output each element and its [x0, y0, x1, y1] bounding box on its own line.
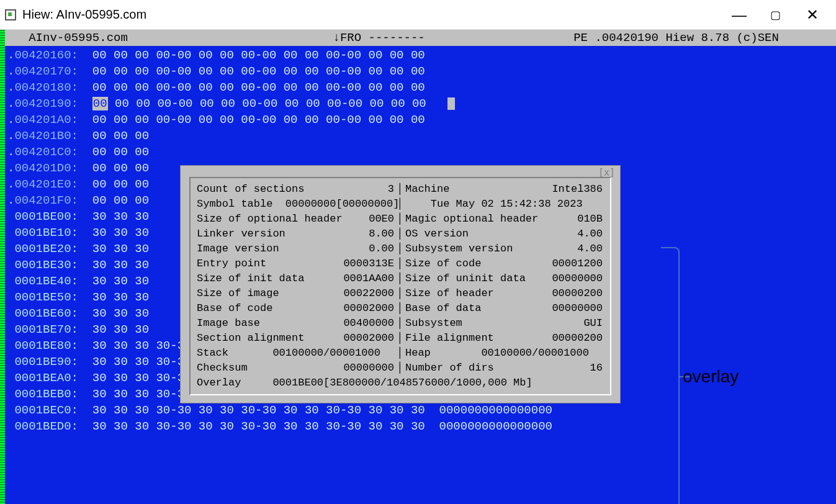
status-pe-addr: PE .00420190 — [573, 31, 658, 45]
annotation-bracket — [661, 247, 680, 504]
pe-row: Stack 00100000/00001000│Heap 00100000/00… — [197, 346, 604, 361]
annotation-label: overlay — [683, 367, 739, 387]
hex-row[interactable]: .004201C0: 00 00 00 — [7, 144, 836, 160]
pe-header-content: Count of sections3│MachineIntel386Symbol… — [189, 177, 611, 395]
window-titlebar: Hiew: AInv-05995.com — ▢ ✕ — [0, 0, 836, 30]
hex-editor-area: AInv-05995.com ↓FRO -------- PE .0042019… — [0, 30, 836, 504]
status-filename: AInv-05995.com — [29, 31, 128, 45]
minimize-button[interactable]: — — [732, 9, 744, 21]
hex-row[interactable]: 0001BED0: 30 30 30 30-30 30 30 30-30 30 … — [7, 418, 836, 434]
app-icon — [5, 9, 16, 20]
pe-row: Linker version8.00│OS version4.00 — [197, 227, 604, 241]
hex-row[interactable]: .00420160: 00 00 00 00-00 00 00 00-00 00… — [7, 47, 836, 63]
pe-header-dialog: [x] Count of sections3│MachineIntel386Sy… — [180, 165, 621, 403]
dialog-close-button[interactable]: [x] — [598, 167, 615, 178]
close-button[interactable]: ✕ — [806, 9, 819, 21]
hex-row[interactable]: 0001BEC0: 30 30 30 30-30 30 30 30-30 30 … — [7, 402, 836, 418]
status-mode: ↓FRO -------- — [333, 31, 425, 45]
pe-row: Base of code00002000│Base of data0000000… — [197, 301, 604, 316]
hex-row[interactable]: .004201B0: 00 00 00 — [7, 128, 836, 144]
hex-row[interactable]: .00420170: 00 00 00 00-00 00 00 00-00 00… — [7, 63, 836, 79]
pe-overlay-line: Overlay 0001BE00[3E800000/1048576000/100… — [197, 376, 604, 390]
hex-row[interactable]: .004201A0: 00 00 00 00-00 00 00 00-00 00… — [7, 112, 836, 128]
status-bar: AInv-05995.com ↓FRO -------- PE .0042019… — [0, 30, 836, 46]
window-title: Hiew: AInv-05995.com — [22, 7, 732, 22]
pe-row: Size of image00022000│Size of header0000… — [197, 286, 604, 301]
pe-row: Section alignment00002000│File alignment… — [197, 331, 604, 346]
pe-row: Image version0.00│Subsystem version4.00 — [197, 241, 604, 256]
pe-row: Size of optional header00E0│Magic option… — [197, 212, 604, 227]
pe-row: Count of sections3│MachineIntel386 — [197, 182, 604, 197]
window-controls: — ▢ ✕ — [732, 9, 819, 21]
pe-row: Image base00400000│SubsystemGUI — [197, 316, 604, 331]
pe-row: Checksum00000000│Number of dirs16 — [197, 361, 604, 376]
status-version: Hiew 8.78 (c)SEN — [665, 31, 778, 45]
pe-row: Size of init data0001AA00│Size of uninit… — [197, 271, 604, 286]
hex-row[interactable]: .00420180: 00 00 00 00-00 00 00 00-00 00… — [7, 79, 836, 96]
scroll-strip[interactable] — [0, 30, 5, 504]
maximize-button[interactable]: ▢ — [769, 9, 781, 21]
pe-row: Entry point0000313E│Size of code00001200 — [197, 256, 604, 271]
hex-row[interactable]: .00420190: 00 00 00 00-00 00 00 00-00 00… — [7, 96, 836, 112]
pe-row: Symbol table 00000000[00000000]│ Tue May… — [197, 197, 604, 212]
